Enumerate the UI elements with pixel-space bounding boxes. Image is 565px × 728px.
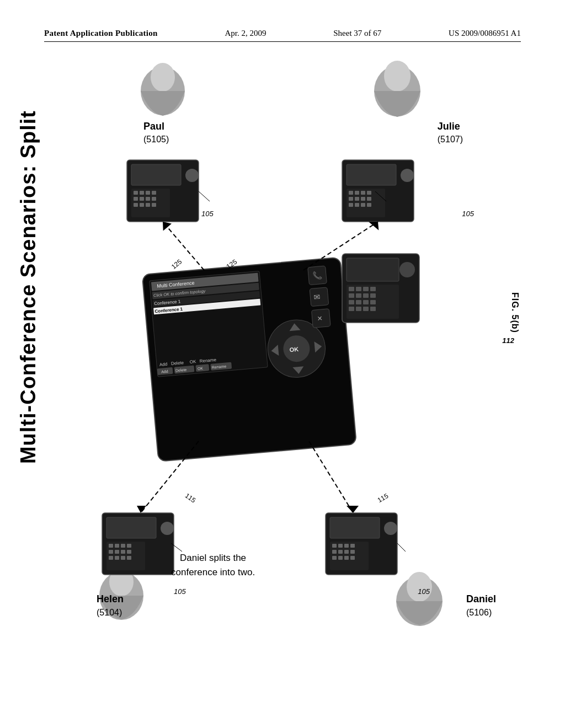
svg-line-135 bbox=[199, 191, 210, 201]
svg-line-137 bbox=[171, 543, 182, 552]
svg-rect-69 bbox=[338, 556, 343, 560]
svg-rect-38 bbox=[361, 203, 365, 207]
svg-text:Conference 1: Conference 1 bbox=[154, 299, 181, 306]
sheet-info: Sheet 37 of 67 bbox=[333, 29, 381, 38]
svg-rect-116 bbox=[356, 293, 361, 298]
svg-rect-37 bbox=[355, 203, 359, 207]
svg-rect-27 bbox=[347, 189, 385, 217]
figure-title: Multi-Conference Scenarios: Split bbox=[17, 110, 40, 464]
svg-rect-48 bbox=[109, 550, 113, 554]
svg-rect-9 bbox=[131, 164, 181, 185]
svg-point-26 bbox=[401, 169, 414, 182]
svg-rect-22 bbox=[146, 203, 150, 207]
arrow-label-3: 115 bbox=[184, 492, 197, 505]
helen-label: Helen (5104) bbox=[97, 593, 124, 619]
svg-text:✉: ✉ bbox=[313, 293, 321, 302]
svg-rect-62 bbox=[344, 544, 349, 548]
svg-rect-8 bbox=[127, 160, 199, 222]
ref-105-helen: 105 bbox=[174, 587, 186, 596]
ref-105-julie: 105 bbox=[462, 210, 474, 218]
svg-rect-78 bbox=[153, 291, 260, 307]
svg-rect-47 bbox=[127, 544, 131, 548]
svg-rect-113 bbox=[363, 287, 369, 291]
svg-text:Add: Add bbox=[159, 362, 168, 367]
publication-title: Patent Application Publication bbox=[44, 29, 158, 38]
svg-marker-100 bbox=[314, 341, 322, 352]
svg-rect-34 bbox=[361, 197, 365, 201]
svg-rect-30 bbox=[361, 191, 365, 195]
svg-rect-110 bbox=[347, 285, 399, 319]
svg-point-5 bbox=[109, 568, 134, 596]
svg-text:Multi Conference: Multi Conference bbox=[157, 280, 195, 289]
svg-marker-99 bbox=[271, 345, 279, 356]
svg-text:OK: OK bbox=[189, 359, 196, 365]
svg-marker-128 bbox=[158, 218, 172, 231]
svg-rect-31 bbox=[367, 191, 371, 195]
svg-line-138 bbox=[397, 543, 406, 552]
svg-rect-28 bbox=[349, 191, 353, 195]
svg-rect-67 bbox=[350, 550, 355, 554]
svg-rect-63 bbox=[350, 544, 355, 548]
svg-rect-18 bbox=[146, 197, 150, 201]
svg-rect-64 bbox=[332, 550, 337, 554]
svg-point-42 bbox=[161, 522, 174, 535]
svg-rect-49 bbox=[115, 550, 119, 554]
svg-rect-40 bbox=[102, 513, 174, 575]
svg-text:Delete: Delete bbox=[171, 360, 184, 366]
svg-rect-36 bbox=[349, 203, 353, 207]
arrow-label-1: 125 bbox=[170, 258, 183, 271]
svg-rect-124 bbox=[356, 307, 361, 311]
svg-rect-68 bbox=[332, 556, 337, 560]
svg-rect-56 bbox=[326, 513, 397, 575]
arrow-label-2: 125 bbox=[225, 258, 238, 271]
svg-rect-61 bbox=[338, 544, 343, 548]
patent-number: US 2009/0086951 A1 bbox=[449, 29, 521, 38]
svg-point-2 bbox=[374, 66, 420, 116]
svg-rect-89 bbox=[210, 362, 232, 371]
svg-rect-117 bbox=[363, 293, 369, 298]
svg-point-0 bbox=[141, 67, 185, 115]
svg-text:Add: Add bbox=[161, 370, 168, 374]
svg-rect-121 bbox=[363, 300, 369, 304]
svg-rect-45 bbox=[115, 544, 119, 548]
svg-rect-55 bbox=[127, 556, 131, 560]
svg-rect-80 bbox=[153, 299, 260, 315]
svg-rect-41 bbox=[106, 517, 156, 538]
svg-rect-59 bbox=[330, 542, 369, 570]
ref-105-paul: 105 bbox=[201, 210, 214, 218]
svg-marker-134 bbox=[347, 506, 359, 513]
svg-rect-111 bbox=[349, 287, 354, 291]
svg-rect-105 bbox=[311, 309, 331, 328]
svg-rect-86 bbox=[157, 367, 173, 375]
svg-rect-16 bbox=[134, 197, 138, 201]
svg-rect-114 bbox=[370, 287, 376, 291]
svg-rect-19 bbox=[152, 197, 156, 201]
svg-rect-103 bbox=[310, 287, 329, 307]
svg-text:Delete: Delete bbox=[175, 368, 187, 373]
svg-rect-120 bbox=[356, 300, 361, 304]
svg-rect-20 bbox=[134, 203, 138, 207]
svg-rect-71 bbox=[350, 556, 355, 560]
svg-marker-98 bbox=[292, 366, 304, 374]
svg-line-127 bbox=[163, 222, 204, 270]
svg-rect-118 bbox=[370, 293, 376, 298]
svg-rect-101 bbox=[308, 266, 327, 285]
svg-rect-52 bbox=[109, 556, 113, 560]
svg-text:Rename: Rename bbox=[212, 364, 227, 369]
svg-rect-65 bbox=[338, 550, 343, 554]
svg-rect-60 bbox=[332, 544, 337, 548]
svg-rect-72 bbox=[142, 258, 356, 462]
svg-rect-33 bbox=[355, 197, 359, 201]
svg-line-129 bbox=[303, 222, 378, 270]
svg-point-95 bbox=[282, 334, 311, 363]
page-header: Patent Application Publication Apr. 2, 2… bbox=[44, 29, 521, 42]
svg-rect-21 bbox=[140, 203, 144, 207]
svg-rect-108 bbox=[347, 258, 399, 281]
svg-text:Click OK to confirm topology: Click OK to confirm topology bbox=[153, 288, 206, 298]
svg-point-7 bbox=[407, 572, 432, 602]
svg-rect-24 bbox=[342, 160, 414, 222]
svg-marker-132 bbox=[137, 506, 146, 513]
svg-point-1 bbox=[151, 63, 175, 92]
svg-rect-115 bbox=[349, 293, 354, 298]
svg-rect-25 bbox=[347, 164, 396, 185]
